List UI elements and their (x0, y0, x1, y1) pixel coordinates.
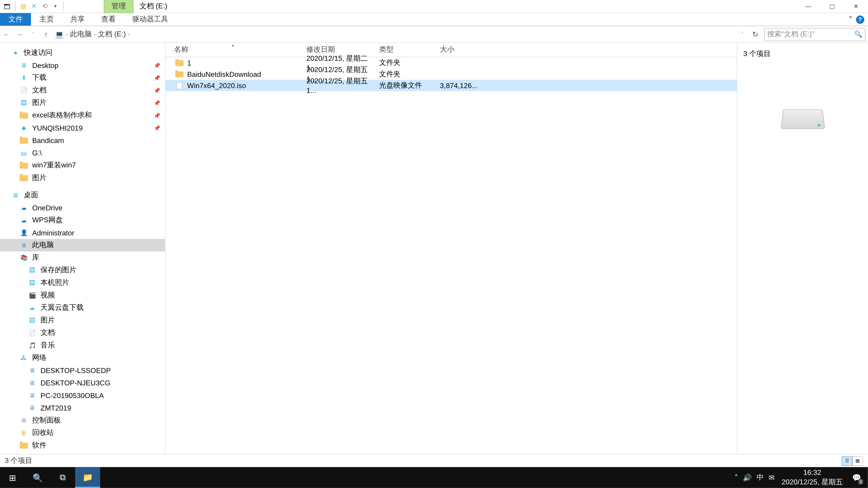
nav-yunqishi[interactable]: ◆YUNQISHI2019📌 (0, 122, 165, 134)
column-header-size[interactable]: 大小 (432, 45, 468, 55)
library-icon: 📚 (19, 254, 29, 262)
nav-pc1[interactable]: 🖥DESKTOP-LSSOEDP (0, 364, 165, 377)
nav-excel[interactable]: excel表格制作求和📌 (0, 109, 165, 122)
nav-pictures[interactable]: 🖼图片📌 (0, 96, 165, 109)
refresh-button[interactable]: ↻ (749, 28, 762, 41)
nav-label: 文档 (40, 328, 55, 338)
nav-quick-access[interactable]: ★快速访问 (0, 46, 165, 59)
nav-local-photos[interactable]: 🖼本机照片 (0, 276, 165, 289)
chevron-right-icon[interactable]: › (94, 32, 96, 37)
clock[interactable]: 16:32 2020/12/25, 星期五 (779, 468, 845, 487)
nav-library[interactable]: 📚库 (0, 252, 165, 264)
chevron-right-icon[interactable]: › (66, 32, 68, 37)
nav-label: 库 (32, 253, 39, 263)
nav-bandicam[interactable]: Bandicam (0, 134, 165, 147)
volume-icon[interactable]: 🔊 (743, 473, 752, 482)
notifications-button[interactable]: 💬 3 (850, 471, 863, 484)
close-button[interactable]: ✕ (844, 0, 868, 13)
help-icon[interactable]: ? (856, 15, 864, 24)
pictures-icon: 🖼 (27, 266, 37, 274)
chevron-right-icon[interactable]: › (128, 32, 130, 37)
tab-file[interactable]: 文件 (0, 13, 31, 26)
app-icon: 🗔 (2, 2, 12, 11)
pc-icon: 🖥 (27, 379, 37, 387)
nav-tianyi[interactable]: ☁天翼云盘下载 (0, 301, 165, 314)
nav-software[interactable]: 软件 (0, 439, 165, 451)
ime-icon[interactable]: 中 (756, 473, 764, 483)
nav-this-pc[interactable]: 🖥此电脑 (0, 239, 165, 251)
view-details-button[interactable]: ☰ (842, 456, 852, 466)
nav-documents[interactable]: 📄文档📌 (0, 84, 165, 96)
tab-home[interactable]: 主页 (31, 13, 62, 26)
file-row[interactable]: Win7x64_2020.iso 2020/12/25, 星期五 1... 光盘… (166, 80, 737, 91)
address-bar-row: ← → ˅ ↑ 💻 › 此电脑 › 文档 (E:) › ˅ ↻ 搜索"文档 (E… (0, 26, 868, 43)
breadcrumb-segment-drive[interactable]: 文档 (E:) (98, 29, 126, 39)
minimize-button[interactable]: — (796, 0, 820, 13)
pc-icon: 🖥 (27, 404, 37, 412)
pictures-icon: 🖼 (27, 316, 37, 324)
breadcrumb[interactable]: 💻 › 此电脑 › 文档 (E:) › (53, 29, 736, 39)
desktop-icon: 🖥 (11, 191, 20, 199)
up-button[interactable]: ↑ (39, 28, 53, 41)
breadcrumb-segment-pc[interactable]: 此电脑 (70, 29, 92, 39)
recent-locations-button[interactable]: ˅ (26, 28, 39, 41)
nav-label: Administrator (32, 228, 74, 237)
mail-icon[interactable]: ✉ (769, 473, 774, 482)
nav-onedrive[interactable]: ☁OneDrive (0, 201, 165, 214)
search-icon[interactable]: 🔍 (854, 30, 863, 38)
nav-videos[interactable]: 🎬视频 (0, 289, 165, 301)
column-header-date[interactable]: 修改日期 (298, 45, 371, 55)
expand-ribbon-icon[interactable]: ˅ (849, 15, 852, 24)
nav-label: 回收站 (32, 428, 54, 438)
undo-icon[interactable]: ⟲ (40, 2, 50, 11)
back-button[interactable]: ← (0, 28, 13, 41)
nav-music[interactable]: 🎵音乐 (0, 339, 165, 351)
context-tab-manage[interactable]: 管理 (104, 0, 133, 13)
column-header-name[interactable]: 名称▴ (166, 45, 298, 55)
taskbar: ⊞ 🔍 ⧉ 📁 ˄ 🔊 中 ✉ 16:32 2020/12/25, 星期五 💬 … (0, 467, 868, 488)
nav-label: 视频 (40, 290, 55, 300)
nav-desktop[interactable]: 🖥Desktop📌 (0, 59, 165, 71)
task-view-button[interactable]: ⧉ (50, 467, 75, 488)
nav-wps[interactable]: ☁WPS网盘 (0, 214, 165, 226)
tab-drive-tools[interactable]: 驱动器工具 (124, 13, 176, 26)
nav-control-panel[interactable]: ⚙控制面板 (0, 414, 165, 427)
history-dropdown-button[interactable]: ˅ (736, 28, 749, 41)
nav-admin[interactable]: 👤Administrator (0, 226, 165, 239)
nav-network[interactable]: 🖧网络 (0, 352, 165, 364)
tray-overflow-icon[interactable]: ˄ (735, 473, 738, 482)
file-size: 3,874,126... (432, 81, 468, 90)
nav-recycle[interactable]: 🗑回收站 (0, 427, 165, 439)
pc-icon: 🖥 (19, 241, 29, 250)
nav-pc4[interactable]: 🖥ZMT2019 (0, 401, 165, 414)
nav-saved-pics[interactable]: 🖼保存的图片 (0, 264, 165, 276)
nav-desktop2[interactable]: 🖥桌面 (0, 189, 165, 201)
network-icon: 🖧 (19, 354, 29, 362)
new-folder-icon[interactable]: ✕ (29, 2, 39, 11)
start-button[interactable]: ⊞ (0, 467, 25, 488)
nav-files[interactable]: 文件 (0, 452, 165, 454)
properties-icon[interactable]: ▦ (19, 2, 28, 11)
maximize-button[interactable]: ▢ (820, 0, 844, 13)
nav-win7[interactable]: win7重装win7 (0, 159, 165, 171)
view-icons-button[interactable]: ▦ (852, 456, 863, 466)
search-input[interactable]: 搜索"文档 (E:)" 🔍 (764, 28, 866, 41)
pictures-icon: 🖼 (19, 98, 29, 107)
qat-dropdown-icon[interactable]: ▾ (51, 2, 60, 11)
nav-pictures2[interactable]: 图片 (0, 171, 165, 184)
nav-pc3[interactable]: 🖥PC-20190530OBLA (0, 389, 165, 401)
nav-pc2[interactable]: 🖥DESKTOP-NJEU3CG (0, 377, 165, 389)
nav-downloads[interactable]: ⬇下载📌 (0, 71, 165, 84)
tab-view[interactable]: 查看 (93, 13, 124, 26)
nav-documents2[interactable]: 📄文档 (0, 326, 165, 339)
taskbar-explorer-button[interactable]: 📁 (75, 467, 100, 488)
tab-share[interactable]: 共享 (62, 13, 93, 26)
column-header-type[interactable]: 类型 (371, 45, 432, 55)
file-row[interactable]: 1 2020/12/15, 星期二 1... 文件夹 (166, 57, 737, 68)
file-row[interactable]: BaiduNetdiskDownload 2020/12/25, 星期五 1..… (166, 68, 737, 80)
forward-button[interactable]: → (13, 28, 26, 41)
pc-icon: 🖥 (27, 391, 37, 399)
nav-gdrive[interactable]: 🖴G:\ (0, 147, 165, 159)
search-button[interactable]: 🔍 (25, 467, 50, 488)
nav-pictures3[interactable]: 🖼图片 (0, 314, 165, 326)
